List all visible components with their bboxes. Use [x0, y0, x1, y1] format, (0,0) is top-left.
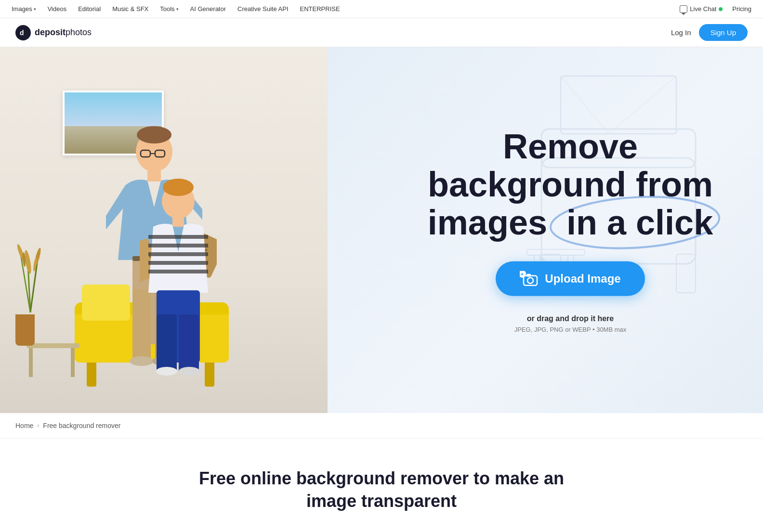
- couch-leg-left: [87, 363, 96, 387]
- live-chat-button[interactable]: Live Chat: [680, 5, 723, 13]
- live-chat-status-dot: [719, 7, 723, 11]
- headline-line3-container: images in a click: [407, 204, 734, 242]
- svg-rect-9: [561, 76, 676, 134]
- svg-point-55: [527, 277, 533, 283]
- svg-rect-47: [157, 314, 177, 372]
- svg-rect-56: [526, 273, 531, 276]
- file-types-text: JPEG, JPG, PNG or WEBP • 30MB max: [407, 325, 734, 333]
- chevron-down-icon: ▾: [176, 7, 179, 12]
- drag-drop-text: or drag and drop it here: [407, 314, 734, 323]
- svg-rect-41: [148, 235, 208, 239]
- svg-point-49: [156, 367, 177, 376]
- upload-image-button[interactable]: + Upload Image: [496, 261, 645, 296]
- chat-bubble-icon: [680, 5, 687, 13]
- main-header: d depositphotos Log In Sign Up: [0, 18, 763, 47]
- ai-generator-label: AI Generator: [190, 5, 226, 13]
- headline-highlight-wrapper: in a click: [557, 204, 713, 242]
- hero-photo-area: [0, 47, 328, 413]
- headline-highlight: in a click: [566, 203, 713, 242]
- images-label: Images: [12, 5, 32, 13]
- hero-text-content: Remove background from images in a click: [407, 128, 734, 333]
- nav-enterprise[interactable]: ENTERPRISE: [300, 5, 340, 13]
- login-button[interactable]: Log In: [671, 28, 691, 37]
- pricing-label: Pricing: [732, 5, 751, 13]
- hero-section: Remove background from images in a click: [0, 47, 763, 413]
- enterprise-label: ENTERPRISE: [300, 5, 340, 13]
- svg-rect-44: [148, 261, 208, 265]
- svg-point-24: [137, 126, 171, 143]
- tools-label: Tools: [160, 5, 174, 13]
- svg-rect-45: [148, 270, 208, 273]
- nav-music-sfx[interactable]: Music & SFX: [112, 5, 148, 13]
- header-auth-buttons: Log In Sign Up: [671, 24, 748, 41]
- headline-line1: Remove: [407, 128, 734, 166]
- page-title: Free online background remover to make a…: [198, 467, 565, 513]
- top-nav-right: Live Chat Pricing: [680, 5, 751, 13]
- breadcrumb-home-link[interactable]: Home: [15, 422, 33, 429]
- svg-point-50: [179, 367, 200, 376]
- upload-icon-wrapper: +: [520, 271, 538, 286]
- logo-text-bold: deposit: [35, 27, 66, 37]
- svg-rect-48: [179, 314, 199, 372]
- logo-text: depositphotos: [35, 27, 92, 38]
- breadcrumb-separator: ›: [37, 422, 39, 429]
- svg-rect-43: [148, 252, 208, 256]
- nav-videos[interactable]: Videos: [48, 5, 67, 13]
- signup-button[interactable]: Sign Up: [699, 24, 748, 41]
- kid-figure: [140, 175, 217, 377]
- svg-rect-40: [172, 216, 184, 227]
- svg-rect-42: [148, 244, 208, 247]
- bottom-section: Free online background remover to make a…: [0, 439, 763, 532]
- svg-text:+: +: [521, 271, 524, 276]
- logo[interactable]: d depositphotos: [15, 25, 92, 40]
- nav-ai-generator[interactable]: AI Generator: [190, 5, 226, 13]
- nav-editorial[interactable]: Editorial: [78, 5, 101, 13]
- side-table-top: [26, 343, 79, 348]
- nav-tools[interactable]: Tools ▾: [160, 5, 178, 13]
- nav-creative-suite-api[interactable]: Creative Suite API: [237, 5, 289, 13]
- editorial-label: Editorial: [78, 5, 101, 13]
- chevron-down-icon: ▾: [34, 7, 36, 12]
- plant: [13, 226, 47, 314]
- side-table-leg-left: [29, 348, 33, 377]
- side-table-leg-right: [71, 348, 75, 377]
- top-nav-links: Images ▾ Videos Editorial Music & SFX To…: [12, 5, 340, 13]
- upload-button-label: Upload Image: [545, 272, 620, 285]
- videos-label: Videos: [48, 5, 67, 13]
- pricing-link[interactable]: Pricing: [732, 5, 751, 13]
- camera-upload-icon: +: [520, 271, 538, 286]
- creative-suite-api-label: Creative Suite API: [237, 5, 289, 13]
- breadcrumb: Home › Free background remover: [0, 413, 763, 439]
- top-navigation: Images ▾ Videos Editorial Music & SFX To…: [0, 0, 763, 18]
- breadcrumb-current-page: Free background remover: [43, 422, 120, 429]
- headline-line3: images: [428, 203, 547, 242]
- logo-icon: d: [15, 25, 31, 40]
- live-chat-label: Live Chat: [690, 5, 716, 13]
- hero-headline: Remove background from images in a click: [407, 128, 734, 242]
- nav-images[interactable]: Images ▾: [12, 5, 36, 13]
- logo-text-light: photos: [66, 27, 92, 37]
- svg-point-39: [163, 179, 194, 196]
- music-sfx-label: Music & SFX: [112, 5, 148, 13]
- plant-pot: [15, 314, 35, 346]
- svg-line-11: [609, 76, 676, 134]
- svg-text:d: d: [20, 29, 24, 37]
- svg-line-10: [561, 76, 609, 134]
- upload-button-container: + Upload Image: [407, 261, 734, 305]
